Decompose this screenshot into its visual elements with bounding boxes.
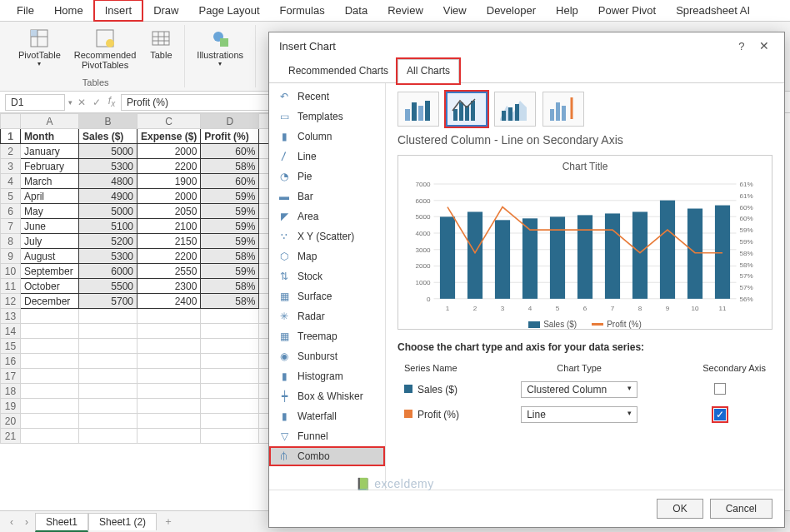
cell[interactable]: 2550 <box>138 264 201 279</box>
combo-subtype-1[interactable] <box>446 92 488 127</box>
cell[interactable] <box>201 324 259 339</box>
cell[interactable] <box>21 369 79 384</box>
cell[interactable] <box>201 354 259 369</box>
cell[interactable] <box>201 309 259 324</box>
chart-type-funnel[interactable]: ▽Funnel <box>269 426 385 446</box>
cell[interactable]: April <box>21 189 79 204</box>
name-box[interactable]: D1 <box>5 94 65 111</box>
col-header[interactable]: C <box>138 114 201 129</box>
ribbon-tab-review[interactable]: Review <box>378 1 433 20</box>
ribbon-tab-developer[interactable]: Developer <box>477 1 546 20</box>
cell[interactable] <box>138 399 201 414</box>
cell[interactable]: Sales ($) <box>79 129 138 144</box>
cell[interactable]: May <box>21 204 79 219</box>
ribbon-tab-insert[interactable]: Insert <box>93 0 144 22</box>
chart-type-column[interactable]: ▮Column <box>269 127 385 147</box>
dialog-help-icon[interactable]: ? <box>732 40 751 52</box>
cell[interactable] <box>201 369 259 384</box>
chart-type-templates[interactable]: ▭Templates <box>269 107 385 127</box>
cell[interactable]: 5300 <box>79 249 138 264</box>
cell[interactable] <box>201 339 259 354</box>
chart-type-pie[interactable]: ◔Pie <box>269 167 385 186</box>
row-header[interactable]: 14 <box>1 324 21 339</box>
cell[interactable] <box>138 369 201 384</box>
cell[interactable] <box>21 309 79 324</box>
cell[interactable]: 2000 <box>138 189 201 204</box>
cell[interactable]: 5300 <box>79 159 138 174</box>
cancel-button[interactable]: Cancel <box>710 499 772 519</box>
ribbon-tab-view[interactable]: View <box>433 1 477 20</box>
cell[interactable]: 5100 <box>79 219 138 234</box>
cell[interactable]: 2150 <box>138 234 201 249</box>
cell[interactable] <box>21 354 79 369</box>
row-header[interactable]: 21 <box>1 429 21 444</box>
cell[interactable]: 59% <box>201 219 259 234</box>
chart-type-line[interactable]: 〳Line <box>269 147 385 167</box>
cell[interactable]: Month <box>21 129 79 144</box>
cell[interactable] <box>138 414 201 429</box>
cell[interactable]: 6000 <box>79 264 138 279</box>
ribbon-tab-draw[interactable]: Draw <box>143 1 188 20</box>
cell[interactable] <box>21 414 79 429</box>
cell[interactable] <box>201 414 259 429</box>
sheet-tab[interactable]: Sheet1 (2) <box>88 513 157 530</box>
series-charttype-select[interactable]: Line▾ <box>521 406 638 423</box>
row-header[interactable]: 4 <box>1 174 21 189</box>
cell[interactable] <box>138 354 201 369</box>
sheet-prev-icon[interactable]: ‹ <box>5 516 18 528</box>
row-header[interactable]: 17 <box>1 369 21 384</box>
chart-type-box-whisker[interactable]: ┿Box & Whisker <box>269 386 385 406</box>
cell[interactable] <box>21 399 79 414</box>
cell[interactable] <box>138 384 201 399</box>
chart-type-combo[interactable]: ⫛Combo <box>269 446 385 466</box>
row-header[interactable]: 2 <box>1 144 21 159</box>
chart-type-area[interactable]: ◤Area <box>269 206 385 226</box>
cell[interactable] <box>138 339 201 354</box>
row-header[interactable]: 20 <box>1 414 21 429</box>
row-header[interactable]: 19 <box>1 399 21 414</box>
cell[interactable] <box>79 429 138 444</box>
secondary-axis-checkbox[interactable]: ✓ <box>714 409 726 420</box>
combo-subtype-3[interactable] <box>542 92 584 127</box>
cell[interactable]: 2050 <box>138 204 201 219</box>
accept-fx-icon[interactable]: ✓ <box>91 97 102 108</box>
cell[interactable]: 58% <box>201 279 259 294</box>
row-header[interactable]: 7 <box>1 219 21 234</box>
cell[interactable] <box>21 429 79 444</box>
ribbon-tab-data[interactable]: Data <box>335 1 378 20</box>
cell[interactable]: March <box>21 174 79 189</box>
illustrations-button[interactable]: Illustrations ▾ <box>192 25 248 69</box>
ribbon-tab-formulas[interactable]: Formulas <box>270 1 335 20</box>
cell[interactable]: June <box>21 219 79 234</box>
add-sheet-icon[interactable]: ＋ <box>158 515 178 529</box>
cell[interactable]: 59% <box>201 189 259 204</box>
cell[interactable] <box>21 339 79 354</box>
cell[interactable]: February <box>21 159 79 174</box>
sheet-tab[interactable]: Sheet1 <box>35 513 88 532</box>
dialog-tab-recommended-charts[interactable]: Recommended Charts <box>279 59 398 82</box>
cell[interactable] <box>79 399 138 414</box>
cell[interactable] <box>79 414 138 429</box>
col-header[interactable]: A <box>21 114 79 129</box>
ribbon-tab-file[interactable]: File <box>7 1 44 20</box>
chart-type-radar[interactable]: ✳Radar <box>269 306 385 326</box>
cell[interactable] <box>79 369 138 384</box>
chart-type-treemap[interactable]: ▦Treemap <box>269 326 385 346</box>
chart-type-surface[interactable]: ▦Surface <box>269 286 385 306</box>
cell[interactable]: 2300 <box>138 279 201 294</box>
cell[interactable]: 5500 <box>79 279 138 294</box>
cell[interactable]: 2000 <box>138 144 201 159</box>
secondary-axis-checkbox[interactable] <box>714 383 726 395</box>
cell[interactable]: 2100 <box>138 219 201 234</box>
cell[interactable]: 2200 <box>138 249 201 264</box>
cell[interactable]: 60% <box>201 144 259 159</box>
chart-type-histogram[interactable]: ▮Histogram <box>269 366 385 386</box>
col-header[interactable]: D <box>201 114 259 129</box>
cell[interactable] <box>79 309 138 324</box>
cell[interactable] <box>21 384 79 399</box>
combo-subtype-2[interactable] <box>494 92 536 127</box>
cell[interactable] <box>138 309 201 324</box>
ribbon-tab-help[interactable]: Help <box>546 1 588 20</box>
chart-type-bar[interactable]: ▬Bar <box>269 186 385 206</box>
ribbon-tab-page-layout[interactable]: Page Layout <box>189 1 270 20</box>
